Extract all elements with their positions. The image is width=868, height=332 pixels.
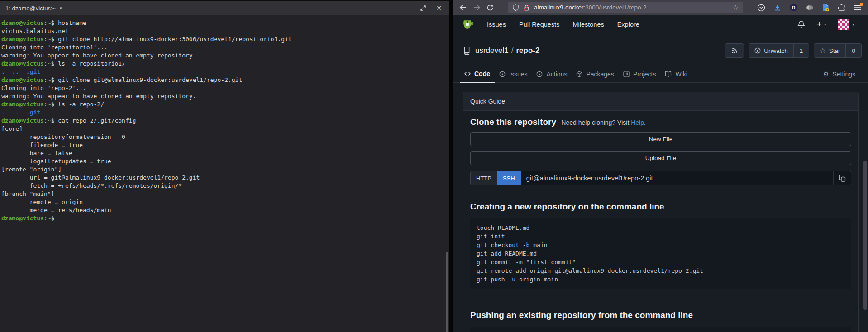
eye-icon (754, 47, 761, 54)
tab-label: Code (474, 70, 490, 77)
menu-icon[interactable] (854, 5, 862, 11)
repo-name-link[interactable]: repo-2 (516, 46, 539, 55)
terminal-line: dzamo@victus:~$ cat repo-2/.git/config (1, 117, 447, 125)
unwatch-button-group: Unwatch 1 (749, 43, 809, 58)
gitea-navbar: Issues Pull Requests Milestones Explore … (453, 15, 868, 34)
tab-projects[interactable]: Projects (619, 66, 661, 82)
star-button-group: ☆ Star 0 (814, 43, 862, 58)
terminal-line: dzamo@victus:~$ (1, 214, 447, 223)
create-new-button[interactable]: + ▾ (817, 19, 826, 29)
code-line: git init (477, 232, 845, 241)
terminal-line: dzamo@victus:~$ git clone git@almalinux9… (1, 76, 447, 84)
tab-label: Projects (633, 71, 656, 78)
terminal-line: bare = false (1, 149, 447, 157)
terminal-scrollbar[interactable] (446, 252, 448, 332)
terminal-output: dzamo@victus:~$ hostnamevictus.balaitus.… (0, 15, 449, 223)
terminal-line: merge = refs/heads/main (1, 206, 447, 214)
repo-owner-link[interactable]: usrdevel1 (475, 46, 509, 55)
terminal-line: Cloning into 'repositorio1'... (1, 43, 447, 52)
page-scrollbar[interactable] (863, 161, 867, 310)
reload-button[interactable] (483, 4, 497, 11)
copy-url-button[interactable] (833, 171, 851, 185)
issue-icon (499, 71, 506, 77)
upload-file-button[interactable]: Upload File (470, 151, 851, 165)
play-circle-icon (536, 71, 543, 77)
insecure-lock-icon[interactable] (523, 4, 530, 11)
clone-heading-text: Clone this repository (470, 117, 556, 127)
terminal-line: . .. .git (1, 109, 447, 117)
puzzle-extensions-icon[interactable] (838, 4, 846, 12)
tab-label: Packages (586, 71, 614, 78)
nav-item-explore[interactable]: Explore (617, 21, 639, 28)
shield-icon[interactable] (512, 4, 519, 11)
push-code-block (470, 327, 851, 332)
terminal-line: logallrefupdates = true (1, 157, 447, 166)
unwatch-button[interactable]: Unwatch (749, 44, 793, 57)
terminal-line: dzamo@victus:~$ git clone http://almalin… (1, 35, 447, 43)
forward-button[interactable] (470, 4, 483, 11)
unwatch-label: Unwatch (764, 47, 788, 54)
terminal-line: filemode = true (1, 141, 447, 149)
terminal-line: dzamo@victus:~$ ls -a repositorio1/ (1, 60, 447, 68)
avatar (838, 19, 849, 30)
pocket-icon[interactable] (757, 4, 765, 12)
nav-item-issues[interactable]: Issues (487, 21, 506, 28)
tab-code[interactable]: Code (460, 66, 495, 83)
terminal-titlebar[interactable]: 1: dzamo@victus:~ ▾ ✕ (0, 0, 449, 15)
code-line: touch README.md (477, 223, 845, 232)
terminal-line: [remote "origin"] (1, 166, 447, 174)
terminal-line: . .. .git (1, 68, 447, 76)
create-code-block: touch README.mdgit initgit checkout -b m… (470, 218, 851, 289)
bookmark-star-icon[interactable]: ☆ (733, 4, 739, 11)
chevron-down-icon[interactable]: ▾ (60, 6, 62, 10)
menu-notification-dot (860, 3, 863, 6)
tab-actions[interactable]: Actions (532, 66, 572, 82)
code-line: git add README.md (477, 249, 845, 258)
star-icon: ☆ (820, 47, 825, 55)
window-close-button[interactable]: ✕ (436, 5, 442, 11)
window-restore-button[interactable] (420, 5, 426, 11)
terminal-window: 1: dzamo@victus:~ ▾ ✕ dzamo@victus:~$ ho… (0, 0, 449, 332)
ssh-toggle-button[interactable]: SSH (497, 171, 521, 185)
help-link[interactable]: Help (631, 119, 644, 126)
http-toggle-button[interactable]: HTTP (470, 171, 497, 185)
url-path: :3000/usrdevel1/repo-2 (584, 4, 647, 11)
url-host: almalinux9-docker (534, 4, 584, 11)
star-button[interactable]: ☆ Star (814, 44, 845, 57)
stars-count[interactable]: 0 (845, 44, 861, 57)
rss-feed-button[interactable] (725, 43, 744, 58)
code-line: git commit -m "first commit" (477, 258, 845, 266)
gitea-logo[interactable] (462, 18, 475, 31)
notifications-bell-icon[interactable] (797, 20, 805, 28)
code-line: git push -u origin main (477, 275, 845, 284)
extension-circles-icon[interactable] (806, 4, 814, 12)
chevron-down-icon: ▾ (824, 22, 826, 27)
tab-packages[interactable]: Packages (572, 66, 618, 82)
back-button[interactable] (456, 4, 470, 11)
save-page-extension-icon[interactable] (822, 4, 830, 12)
tab-settings[interactable]: ⚙ Settings (819, 66, 862, 82)
watchers-count[interactable]: 1 (793, 44, 809, 57)
new-file-button[interactable]: New File (470, 132, 851, 146)
extension-d-icon[interactable]: D (790, 4, 797, 11)
terminal-line: remote = origin (1, 198, 447, 206)
tab-issues[interactable]: Issues (495, 66, 532, 82)
clone-url-input[interactable]: git@almalinux9-docker:usrdevel1/repo-2.g… (521, 171, 833, 185)
tab-label: Actions (546, 71, 567, 78)
tab-wiki[interactable]: Wiki (660, 66, 692, 82)
download-icon[interactable] (773, 4, 782, 11)
browser-toolbar: almalinux9-docker:3000/usrdevel1/repo-2 … (453, 0, 868, 15)
repo-content: Quick Guide Clone this repository Need h… (463, 92, 859, 332)
url-bar[interactable]: almalinux9-docker:3000/usrdevel1/repo-2 … (508, 2, 743, 13)
nav-item-milestones[interactable]: Milestones (572, 21, 604, 28)
repo-title: usrdevel1/repo-2 (475, 46, 539, 55)
terminal-line: warning: You appear to have cloned an em… (1, 52, 447, 60)
code-icon (464, 71, 471, 77)
user-menu[interactable]: ▾ (838, 19, 854, 30)
nav-item-pull-requests[interactable]: Pull Requests (519, 21, 559, 28)
code-line: git remote add origin git@almalinux9-doc… (477, 266, 845, 275)
quick-guide-panel: Quick Guide Clone this repository Need h… (463, 92, 859, 332)
gear-icon: ⚙ (823, 71, 829, 77)
tab-label: Wiki (675, 71, 687, 78)
quick-guide-header: Quick Guide (463, 92, 858, 111)
